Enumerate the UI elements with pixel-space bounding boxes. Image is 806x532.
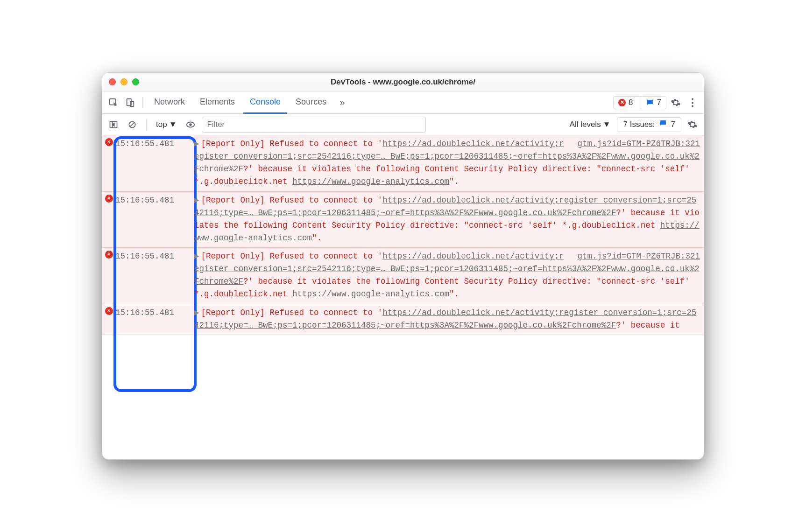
message-text: ▶[Report Only] Refused to connect to 'ht…: [192, 192, 704, 248]
timestamp: 15:16:55.481: [115, 304, 192, 335]
more-tabs-button[interactable]: »: [335, 95, 350, 110]
message-counter[interactable]: 7: [641, 97, 666, 109]
expand-arrow-icon[interactable]: ▶: [194, 139, 199, 148]
console-output[interactable]: ✕15:16:55.481gtm.js?id=GTM-PZ6TRJB:321▶[…: [102, 135, 704, 459]
error-counter[interactable]: ✕ 8: [614, 97, 637, 109]
expand-arrow-icon[interactable]: ▶: [194, 252, 199, 261]
message-icon: [659, 119, 667, 130]
console-error-row[interactable]: ✕15:16:55.481▶[Report Only] Refused to c…: [102, 192, 704, 248]
console-error-row[interactable]: ✕15:16:55.481gtm.js?id=GTM-PZ6TRJB:321▶[…: [102, 135, 704, 192]
message-icon: [646, 98, 654, 107]
more-options-icon[interactable]: ⋮: [685, 95, 700, 110]
tab-sources[interactable]: Sources: [289, 91, 333, 114]
main-tabs: Network Elements Console Sources » ✕ 8 7…: [102, 91, 704, 114]
issues-count: 7: [671, 120, 675, 129]
log-levels-selector[interactable]: All levels ▼: [567, 118, 614, 131]
expand-arrow-icon[interactable]: ▶: [194, 196, 199, 205]
url-link[interactable]: https://www.google-analytics.com: [292, 289, 449, 299]
console-settings-icon[interactable]: [685, 117, 700, 132]
error-icon: ✕: [102, 304, 115, 335]
timestamp: 15:16:55.481: [115, 192, 192, 248]
error-icon: ✕: [618, 99, 626, 106]
context-selector[interactable]: top ▼: [153, 118, 179, 131]
message-text: ▶[Report Only] Refused to connect to 'ht…: [192, 304, 704, 335]
message-text: gtm.js?id=GTM-PZ6TRJB:321▶[Report Only] …: [192, 135, 704, 191]
window-title: DevTools - www.google.co.uk/chrome/: [102, 77, 704, 87]
window-titlebar: DevTools - www.google.co.uk/chrome/: [102, 73, 704, 91]
svg-point-6: [190, 123, 192, 126]
console-toolbar: top ▼ All levels ▼ 7 Issues: 7: [102, 114, 704, 135]
source-link[interactable]: gtm.js?id=GTM-PZ6TRJB:321: [577, 250, 700, 263]
error-icon: ✕: [102, 192, 115, 248]
context-label: top: [156, 120, 167, 129]
live-expression-icon[interactable]: [183, 117, 198, 132]
settings-icon[interactable]: [668, 95, 683, 110]
chevron-down-icon: ▼: [603, 120, 611, 129]
issues-button[interactable]: 7 Issues: 7: [617, 117, 681, 132]
message-text: gtm.js?id=GTM-PZ6TRJB:321▶[Report Only] …: [192, 248, 704, 304]
status-counters[interactable]: ✕ 8 7: [613, 96, 666, 109]
tab-network[interactable]: Network: [148, 91, 191, 114]
clear-console-icon[interactable]: [125, 117, 140, 132]
levels-label: All levels: [570, 120, 601, 129]
issues-label: 7 Issues:: [623, 120, 655, 129]
filter-input[interactable]: [202, 117, 426, 133]
device-toolbar-icon[interactable]: [123, 95, 138, 110]
message-count: 7: [657, 98, 661, 107]
tab-elements[interactable]: Elements: [193, 91, 241, 114]
timestamp: 15:16:55.481: [115, 248, 192, 304]
chevron-down-icon: ▼: [169, 120, 177, 129]
console-error-row[interactable]: ✕15:16:55.481▶[Report Only] Refused to c…: [102, 304, 704, 335]
console-error-row[interactable]: ✕15:16:55.481gtm.js?id=GTM-PZ6TRJB:321▶[…: [102, 248, 704, 304]
inspect-element-icon[interactable]: [106, 95, 121, 110]
error-icon: ✕: [102, 248, 115, 304]
url-link[interactable]: https://www.google-analytics.com: [292, 177, 449, 186]
expand-arrow-icon[interactable]: ▶: [194, 308, 199, 317]
devtools-window: DevTools - www.google.co.uk/chrome/ Netw…: [102, 72, 704, 460]
toggle-sidebar-icon[interactable]: [106, 117, 121, 132]
error-count: 8: [629, 98, 633, 107]
divider: [146, 119, 147, 130]
tab-console[interactable]: Console: [243, 91, 287, 114]
error-icon: ✕: [102, 135, 115, 191]
timestamp: 15:16:55.481: [115, 135, 192, 191]
divider: [142, 97, 143, 108]
source-link[interactable]: gtm.js?id=GTM-PZ6TRJB:321: [577, 138, 700, 150]
